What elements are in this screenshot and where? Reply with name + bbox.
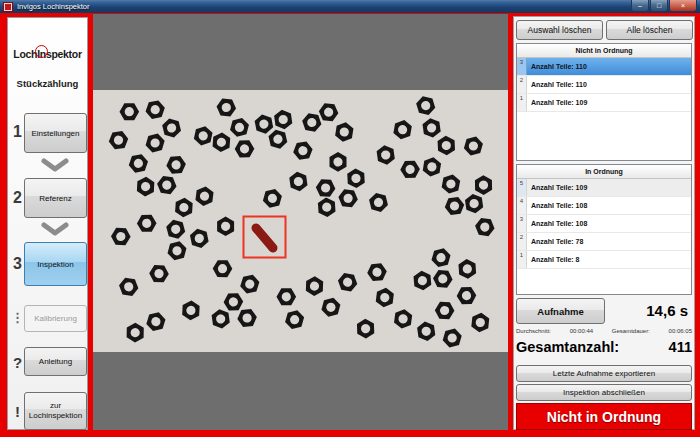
- hex-nut: [209, 130, 235, 155]
- list-item[interactable]: 3 Anzahl Teile: 110: [517, 58, 691, 76]
- row-number: 2: [517, 233, 527, 250]
- clear-selection-button[interactable]: Auswahl löschen: [516, 20, 603, 40]
- hex-nut: [149, 265, 169, 283]
- hex-nut: [164, 219, 187, 240]
- list-item[interactable]: 3 Anzahl Teile: 108: [517, 215, 691, 233]
- hex-nut: [364, 259, 389, 285]
- list-item[interactable]: 1 Anzahl Teile: 109: [517, 94, 691, 112]
- button-label-line: zur: [50, 401, 61, 411]
- row-number: 3: [517, 58, 527, 75]
- ok-list-header: In Ordnung: [517, 165, 691, 179]
- window-title: Invigos Lochinspektor: [17, 2, 90, 11]
- hex-nut: [390, 306, 416, 331]
- control-panel: Auswahl löschen Alle löschen Nicht in Or…: [513, 16, 695, 430]
- row-label: Anzahl Teile: 108: [527, 215, 691, 232]
- row-number: 3: [517, 215, 527, 232]
- hex-nut: [471, 173, 496, 197]
- row-label: Anzahl Teile: 78: [527, 233, 691, 250]
- reference-button[interactable]: Referenz: [24, 178, 87, 218]
- manual-button[interactable]: Anleitung: [24, 347, 87, 376]
- step-number-1: 1: [11, 123, 24, 141]
- hex-nut: [460, 133, 486, 159]
- calibration-button[interactable]: Kalibrierung: [24, 305, 87, 332]
- list-item[interactable]: 2 Anzahl Teile: 110: [517, 76, 691, 94]
- hex-nut: [282, 307, 308, 333]
- hex-nut: [373, 143, 398, 166]
- avg-value: 00:00:44: [570, 328, 593, 334]
- hex-nut: [454, 283, 479, 309]
- hex-nut: [434, 133, 459, 157]
- arrow-down-icon: [32, 157, 78, 173]
- hex-nut: [367, 192, 391, 214]
- app-logo: LochInspektor: [8, 48, 87, 60]
- hex-nut: [111, 228, 131, 246]
- hex-nut: [259, 185, 285, 211]
- hex-nut: [301, 112, 323, 132]
- hex-nut: [208, 307, 233, 330]
- maximize-icon: □: [657, 2, 661, 9]
- hex-nut: [192, 184, 218, 209]
- list-item[interactable]: 2 Anzahl Teile: 78: [517, 233, 691, 251]
- list-item[interactable]: 4 Anzahl Teile: 108: [517, 197, 691, 215]
- export-last-capture-button[interactable]: Letzte Aufnahme exportieren: [516, 365, 692, 382]
- to-hole-inspection-button[interactable]: zur Lochinspektion: [24, 392, 87, 430]
- hex-nut: [133, 174, 159, 199]
- row-label: Anzahl Teile: 109: [527, 179, 691, 196]
- hex-nut: [337, 189, 359, 208]
- list-item[interactable]: 1 Anzahl Teile: 8: [517, 251, 691, 269]
- hex-nut: [134, 211, 159, 237]
- row-label: Anzahl Teile: 108: [527, 197, 691, 214]
- capture-button[interactable]: Aufnahme: [516, 298, 605, 324]
- hex-nut: [271, 108, 296, 131]
- hex-nut: [213, 214, 238, 239]
- settings-button[interactable]: Einstellungen: [24, 113, 87, 153]
- row-number: 1: [517, 251, 527, 268]
- hex-nut: [372, 285, 398, 310]
- hex-nut: [178, 298, 204, 323]
- hex-nut: [414, 320, 439, 343]
- hex-nut: [156, 175, 178, 195]
- hex-nut: [286, 170, 311, 193]
- row-number: 5: [517, 179, 527, 196]
- capture-timer: 14,6 s: [646, 302, 688, 319]
- hex-nut: [216, 98, 237, 117]
- list-item[interactable]: 5 Anzahl Teile: 109: [517, 179, 691, 197]
- hex-nut: [315, 179, 336, 197]
- hex-nut: [467, 310, 493, 335]
- nok-list: Nicht in Ordnung 3 Anzahl Teile: 110 2 A…: [516, 43, 692, 161]
- logo-text-part: spektor: [46, 48, 82, 60]
- button-label-line: Lochinspektion: [29, 411, 82, 421]
- finish-inspection-button[interactable]: Inspektion abschließen: [516, 384, 692, 401]
- foreign-object-defect: [256, 228, 273, 248]
- hex-nut: [419, 116, 444, 139]
- maximize-button[interactable]: □: [650, 0, 668, 12]
- app-icon: [3, 2, 13, 12]
- hex-nut: [237, 271, 263, 297]
- hex-nut: [164, 238, 190, 264]
- minimize-button[interactable]: –: [631, 0, 649, 12]
- close-icon: ×: [681, 2, 685, 9]
- hex-nut: [398, 157, 423, 183]
- hex-nut: [331, 119, 357, 145]
- hex-nut: [122, 320, 148, 345]
- row-number: 2: [517, 76, 527, 93]
- inspection-button[interactable]: Inspektion: [24, 242, 87, 286]
- clear-all-button[interactable]: Alle löschen: [606, 20, 693, 40]
- arrow-down-icon: [32, 221, 78, 237]
- hex-nut: [160, 117, 184, 139]
- hex-nut: [414, 95, 437, 116]
- status-banner: Nicht in Ordnung: [516, 403, 692, 430]
- hex-nut: [410, 269, 435, 293]
- nut-field-image: [93, 90, 508, 352]
- titlebar: Invigos Lochinspektor – □ ×: [0, 0, 700, 13]
- total-count-row: Gesamtanzahl: 411: [516, 339, 692, 355]
- hex-nut: [106, 127, 131, 153]
- close-button[interactable]: ×: [669, 0, 697, 12]
- step-number-3: 3: [11, 255, 24, 273]
- mode-subtitle: Stückzählung: [8, 78, 87, 89]
- row-number: 1: [517, 94, 527, 111]
- hex-nut: [142, 97, 168, 123]
- image-panel: [93, 14, 508, 430]
- hex-nut: [432, 270, 453, 288]
- hex-nut: [462, 192, 487, 215]
